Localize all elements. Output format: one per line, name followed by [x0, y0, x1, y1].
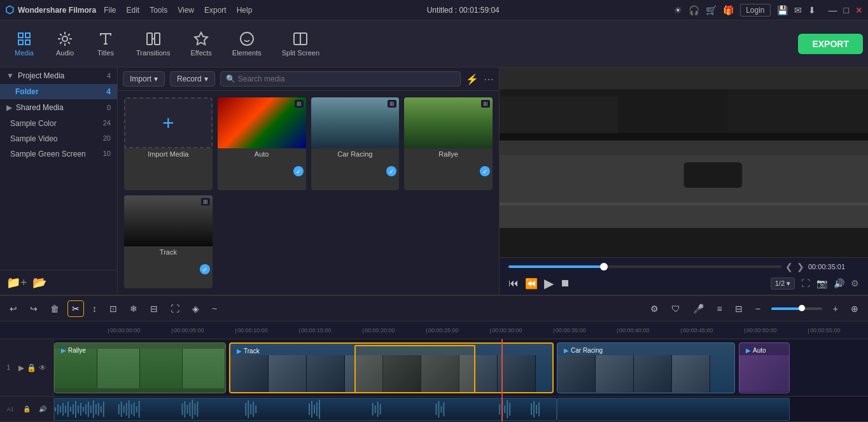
sun-icon[interactable]: ☀: [674, 5, 682, 15]
shield-button[interactable]: 🛡: [667, 300, 685, 317]
record-dropdown[interactable]: Record ▾: [170, 71, 215, 87]
clip-car-racing[interactable]: ▶ Car Racing: [557, 342, 735, 393]
undo-button[interactable]: ↩: [5, 300, 22, 317]
mail-icon[interactable]: ✉: [794, 5, 802, 15]
sidebar-item-project-media[interactable]: ▼ Project Media 4: [0, 67, 117, 84]
sidebar-folder[interactable]: Folder 4: [0, 84, 117, 99]
media-item-import[interactable]: + Import Media: [124, 97, 213, 190]
toolbar-audio[interactable]: Audio: [46, 27, 84, 60]
toolbar-elements[interactable]: Elements: [223, 27, 270, 60]
media-panel: Import ▾ Record ▾ 🔍 ⚡ ⋯ + Import Media: [118, 67, 499, 295]
menu-file[interactable]: File: [104, 6, 116, 15]
toolbar-media[interactable]: Media: [5, 27, 43, 60]
mic-button[interactable]: 🎤: [689, 300, 708, 317]
sidebar-item-shared-media[interactable]: ▶ Shared Media 0: [0, 99, 117, 116]
media-item-track[interactable]: ⊞ ✓ Track: [124, 195, 213, 288]
svg-rect-86: [509, 403, 510, 416]
sidebar-item-sample-video[interactable]: Sample Video 20: [0, 131, 117, 146]
menu-view[interactable]: View: [178, 6, 194, 15]
toolbar-split-screen[interactable]: Split Screen: [273, 27, 328, 60]
sidebar-item-sample-color[interactable]: Sample Color 24: [0, 116, 117, 131]
full-screen-btn[interactable]: ⛶: [166, 300, 184, 317]
minimize-button[interactable]: —: [829, 5, 837, 15]
import-media-button[interactable]: +: [124, 97, 213, 148]
search-input[interactable]: [238, 74, 455, 83]
playhead[interactable]: ✂: [501, 339, 503, 396]
clip-rallye[interactable]: ▶ Rallye: [54, 342, 226, 393]
speed-button[interactable]: ↕: [88, 300, 101, 317]
titles-icon: [98, 31, 113, 46]
zoom-out-button[interactable]: −: [751, 300, 765, 317]
add-folder-icon[interactable]: 📁+: [6, 276, 27, 290]
clip-track[interactable]: ▶ Track: [229, 342, 554, 393]
svg-rect-36: [75, 401, 76, 418]
cart-icon[interactable]: 🛒: [706, 5, 717, 15]
media-item-rallye[interactable]: ⊞ ✓ Rallye: [404, 97, 493, 190]
freeze-button[interactable]: ❄: [125, 300, 142, 317]
zoom-in-button[interactable]: +: [829, 300, 843, 317]
download-icon[interactable]: ⬇: [808, 5, 816, 15]
frame-back-icon[interactable]: ⏪: [525, 278, 538, 290]
toolbar-transitions[interactable]: Transitions: [127, 27, 179, 60]
import-dropdown[interactable]: Import ▾: [123, 71, 165, 87]
maximize-button[interactable]: □: [844, 5, 849, 15]
login-button[interactable]: Login: [740, 4, 770, 17]
sidebar-sample-color-count: 24: [103, 119, 111, 128]
toolbar-titles[interactable]: Titles: [87, 27, 125, 60]
audio-mix-button[interactable]: ≡: [712, 300, 726, 317]
export-button[interactable]: EXPORT: [798, 34, 863, 54]
toolbar-effects[interactable]: Effects: [181, 27, 220, 60]
delete-button[interactable]: 🗑: [46, 300, 64, 317]
settings-tl-button[interactable]: ⚙: [646, 300, 663, 317]
audio-stretch-button[interactable]: ~: [207, 300, 221, 317]
track-eye-icon[interactable]: 👁: [39, 363, 46, 372]
svg-rect-82: [499, 404, 500, 414]
scissors-button[interactable]: ✂: [67, 300, 84, 317]
fullscreen-icon[interactable]: ⛶: [801, 278, 810, 288]
redo-button[interactable]: ↪: [25, 300, 42, 317]
zoom-thumb[interactable]: [799, 305, 805, 311]
svg-rect-67: [253, 402, 254, 417]
filter-icon[interactable]: ⚡: [466, 73, 479, 85]
screenshot-icon[interactable]: 📷: [816, 278, 827, 288]
media-item-auto[interactable]: ⊞ ✓ Auto: [218, 97, 306, 190]
menu-tools[interactable]: Tools: [150, 6, 167, 15]
volume-icon[interactable]: 🔊: [834, 278, 844, 288]
zoom-slider[interactable]: [771, 307, 822, 310]
step-back-icon[interactable]: ⏮: [508, 278, 519, 289]
bracket-right-icon[interactable]: ❯: [797, 262, 804, 272]
expand-button[interactable]: ⊕: [846, 300, 863, 317]
crop-button[interactable]: ⊡: [105, 300, 122, 317]
menu-edit[interactable]: Edit: [126, 6, 139, 15]
play-icon[interactable]: ▶: [544, 276, 554, 291]
preview-progress-thumb[interactable]: [600, 263, 608, 271]
track-lock-icon[interactable]: 🔒: [27, 363, 36, 372]
split-tl-button[interactable]: ⊟: [731, 300, 747, 317]
media-item-car-racing[interactable]: ⊞ ✓ Car Racing: [311, 97, 400, 190]
track-play-icon[interactable]: ▶: [18, 363, 24, 372]
audio-lock-icon[interactable]: 🔒: [23, 405, 31, 412]
sidebar-sample-video-label: Sample Video: [10, 134, 58, 143]
bracket-left-icon[interactable]: ❮: [785, 262, 793, 272]
preview-fraction[interactable]: 1/2 ▾: [771, 278, 795, 290]
save-icon[interactable]: 💾: [777, 5, 788, 15]
headphones-icon[interactable]: 🎧: [689, 5, 699, 15]
gift-icon[interactable]: 🎁: [723, 5, 734, 15]
settings-icon[interactable]: ⚙: [851, 278, 859, 288]
new-folder-icon[interactable]: 📂: [32, 276, 46, 290]
sidebar-item-sample-green-screen[interactable]: Sample Green Screen 10: [0, 146, 117, 162]
grid-view-icon[interactable]: ⋯: [484, 73, 494, 85]
close-button[interactable]: ✕: [855, 5, 863, 15]
preview-timeline-bar[interactable]: [508, 265, 781, 268]
menu-export[interactable]: Export: [204, 6, 227, 15]
audio-mute-icon[interactable]: 🔊: [39, 405, 46, 412]
menu-help[interactable]: Help: [237, 6, 253, 15]
ripple-delete-button[interactable]: ⊟: [146, 300, 162, 317]
app-logo-icon: ⬡: [5, 4, 14, 16]
svg-rect-75: [375, 405, 376, 413]
color-match-button[interactable]: ◈: [188, 300, 204, 317]
stop-icon[interactable]: ⏹: [560, 278, 570, 289]
clip-auto[interactable]: ▶ Auto: [739, 342, 790, 393]
main-area: ▼ Project Media 4 Folder 4 ▶ Shared Medi…: [0, 67, 868, 295]
svg-rect-66: [250, 404, 251, 414]
